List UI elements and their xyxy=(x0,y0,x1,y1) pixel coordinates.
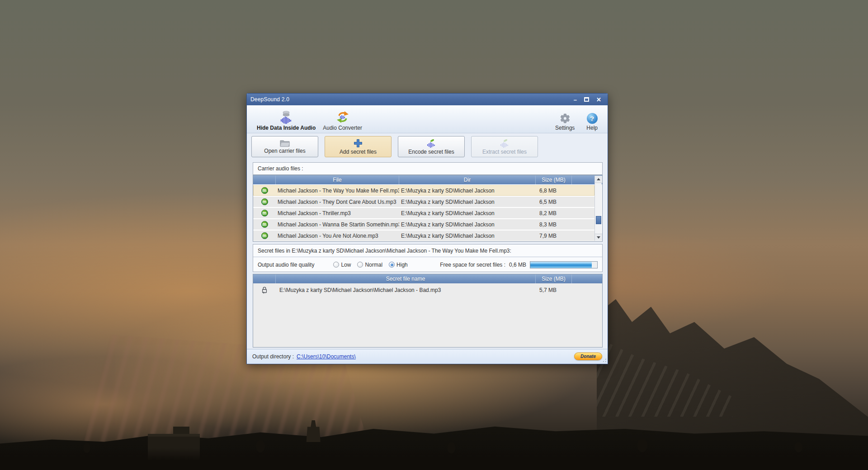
progress-fill xyxy=(530,262,592,268)
header-dir-column[interactable]: Dir xyxy=(399,175,536,184)
extract-secret-files-button[interactable]: Extract secret files xyxy=(471,136,538,157)
free-space-label: Free space for secret files : xyxy=(440,262,505,268)
secret-row-name: E:\Muzyka z karty SD\Michael Jackson\Mic… xyxy=(276,287,536,293)
table-row[interactable]: E:\Muzyka z karty SD\Michael Jackson\Mic… xyxy=(253,285,602,295)
encode-secret-files-button[interactable]: Encode secret files xyxy=(398,136,465,157)
row-dir: E:\Muzyka z karty SD\Michael Jackson xyxy=(399,210,536,216)
radio-icon[interactable] xyxy=(333,262,339,268)
table-row[interactable]: m Michael Jackson - Thriller.mp3 E:\Muzy… xyxy=(253,208,594,218)
help-icon: ? xyxy=(587,113,598,124)
quality-radio-group: Low Normal High xyxy=(333,262,407,268)
header-secret-file-name-column[interactable]: Secret file name xyxy=(276,274,536,283)
extract-secret-files-label: Extract secret files xyxy=(482,149,527,155)
free-space-progressbar xyxy=(530,261,598,268)
quality-option-label: High xyxy=(396,262,408,268)
radio-icon[interactable] xyxy=(357,262,363,268)
resize-grip[interactable] xyxy=(601,357,607,362)
settings-button[interactable]: Settings xyxy=(552,107,578,132)
deepsound-window: DeepSound 2.0 – ✕ xyxy=(246,93,608,364)
quality-option-label: Low xyxy=(341,262,351,268)
add-secret-files-button[interactable]: Add secret files xyxy=(325,136,392,157)
scroll-down-icon xyxy=(597,236,600,239)
carrier-table-header: File Dir Size (MB) xyxy=(253,175,602,184)
row-size: 6,8 MB xyxy=(536,188,572,194)
wallpaper-treeline xyxy=(0,438,868,470)
row-file: Michael Jackson - You Are Not Alone.mp3 xyxy=(276,233,399,239)
action-buttons: Open carrier files Add secret files xyxy=(251,136,538,157)
row-file: Michael Jackson - Wanna Be Startin Somet… xyxy=(276,221,399,228)
secret-row-size: 5,7 MB xyxy=(536,287,572,293)
help-label: Help xyxy=(586,125,598,131)
hide-data-icon xyxy=(279,110,293,124)
header-icon-column[interactable] xyxy=(253,175,276,184)
output-directory-link[interactable]: C:\Users\10\Documents\ xyxy=(297,353,356,360)
titlebar[interactable]: DeepSound 2.0 – ✕ xyxy=(247,94,608,105)
table-row[interactable]: m Michael Jackson - The Way You Make Me … xyxy=(253,185,594,196)
vertical-scrollbar[interactable] xyxy=(594,176,602,241)
free-space-value: 0,6 MB xyxy=(509,262,526,268)
secret-files-table: Secret file name Size (MB) E:\Muzyka z k… xyxy=(253,274,603,348)
row-dir: E:\Muzyka z karty SD\Michael Jackson xyxy=(399,221,536,228)
secret-table-header: Secret file name Size (MB) xyxy=(253,274,602,283)
maximize-button[interactable] xyxy=(584,97,589,102)
mp3-file-icon: m xyxy=(261,221,268,228)
lock-plus-icon xyxy=(261,286,268,294)
open-carrier-files-button[interactable]: Open carrier files xyxy=(251,136,318,157)
carrier-files-label: Carrier audio files : xyxy=(258,165,303,172)
window-title: DeepSound 2.0 xyxy=(250,96,289,103)
encode-icon xyxy=(426,139,436,148)
output-directory-label: Output directory : xyxy=(252,353,294,360)
secret-files-label: Secret files in E:\Muzyka z karty SD\Mic… xyxy=(258,248,511,254)
audio-converter-button[interactable]: Audio Converter xyxy=(319,107,366,132)
row-dir: E:\Muzyka z karty SD\Michael Jackson xyxy=(399,199,536,205)
audio-converter-label: Audio Converter xyxy=(323,125,362,131)
row-size: 8,3 MB xyxy=(536,221,572,228)
audio-converter-icon xyxy=(336,110,349,124)
quality-option-low[interactable]: Low xyxy=(333,262,351,268)
gear-icon xyxy=(560,113,571,124)
row-file: Michael Jackson - They Dont Care About U… xyxy=(276,199,399,205)
table-row[interactable]: m Michael Jackson - You Are Not Alone.mp… xyxy=(253,230,594,241)
footer-bar: Output directory : C:\Users\10\Documents… xyxy=(247,349,608,363)
mp3-file-icon: m xyxy=(261,210,268,216)
mp3-file-icon: m xyxy=(261,198,268,205)
carrier-files-groupbox: Carrier audio files : xyxy=(253,162,603,175)
quality-label: Output audio file quality xyxy=(258,262,314,268)
settings-label: Settings xyxy=(555,125,575,131)
hide-data-inside-audio-button[interactable]: Hide Data Inside Audio xyxy=(253,107,319,132)
table-row[interactable]: m Michael Jackson - Wanna Be Startin Som… xyxy=(253,219,594,230)
minimize-button[interactable]: – xyxy=(574,97,577,103)
header-size-column[interactable]: Size (MB) xyxy=(536,175,572,184)
close-button[interactable]: ✕ xyxy=(596,97,601,103)
plus-icon xyxy=(354,139,363,148)
open-carrier-files-label: Open carrier files xyxy=(264,148,305,154)
row-size: 8,2 MB xyxy=(536,210,572,216)
row-size: 6,5 MB xyxy=(536,199,572,205)
donate-button[interactable]: Donate xyxy=(574,352,602,360)
quality-option-normal[interactable]: Normal xyxy=(357,262,382,268)
quality-option-label: Normal xyxy=(365,262,382,268)
header-file-column[interactable]: File xyxy=(276,175,399,184)
toolbar: Hide Data Inside Audio Audio Conve xyxy=(247,105,608,133)
scroll-up-button[interactable] xyxy=(595,176,602,183)
extract-icon xyxy=(500,139,509,148)
row-size: 7,9 MB xyxy=(536,233,572,239)
table-row[interactable]: m Michael Jackson - They Dont Care About… xyxy=(253,197,594,207)
row-dir: E:\Muzyka z karty SD\Michael Jackson xyxy=(399,188,536,194)
header-filler-column xyxy=(572,274,602,283)
row-file: Michael Jackson - Thriller.mp3 xyxy=(276,210,399,216)
row-dir: E:\Muzyka z karty SD\Michael Jackson xyxy=(399,233,536,239)
scroll-up-icon xyxy=(597,178,600,180)
quality-option-high[interactable]: High xyxy=(389,262,408,268)
header-size-column[interactable]: Size (MB) xyxy=(536,274,572,283)
help-button[interactable]: ? Help xyxy=(583,107,601,132)
header-icon-column[interactable] xyxy=(253,274,276,283)
scrollbar-thumb[interactable] xyxy=(596,216,601,224)
secret-files-groupbox: Secret files in E:\Muzyka z karty SD\Mic… xyxy=(253,244,603,272)
encode-secret-files-label: Encode secret files xyxy=(408,149,454,155)
folder-icon xyxy=(280,139,290,147)
scroll-down-button[interactable] xyxy=(595,234,602,241)
mp3-file-icon: m xyxy=(261,232,268,239)
radio-checked-icon[interactable] xyxy=(389,262,395,268)
add-secret-files-label: Add secret files xyxy=(340,149,377,155)
